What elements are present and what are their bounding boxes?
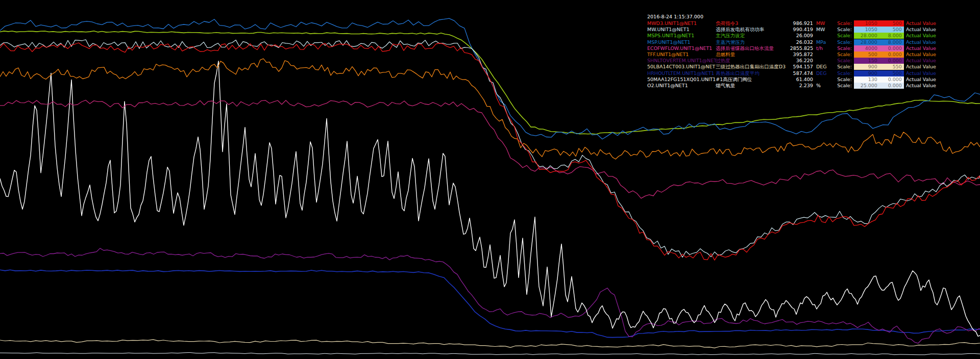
unit-label: DEG xyxy=(816,64,834,70)
scale-label: Scale: xyxy=(834,27,854,33)
legend-row[interactable]: MSPS.UNIT1@NET1主汽压力设定26.009Scale:28.0008… xyxy=(647,33,941,39)
legend-row[interactable]: MSP.UNIT1@NET1主蒸汽管压力26.032MPaScale:28.00… xyxy=(647,39,941,45)
scale-max: 4000 xyxy=(854,45,879,52)
scale-bar: 28.0008.000 xyxy=(854,39,904,45)
actual-value-label: Actual Value xyxy=(904,83,941,89)
scale-label: Scale: xyxy=(834,39,854,45)
scale-bar: 1500.000 xyxy=(854,58,904,64)
value-label: 2855.825 xyxy=(790,45,816,52)
actual-value-label: Actual Value xyxy=(904,33,941,39)
unit-label: t/h xyxy=(816,45,834,52)
scale-label: Scale: xyxy=(834,33,854,39)
actual-value-label: Actual Value xyxy=(904,58,941,64)
scale-label: Scale: xyxy=(834,76,854,83)
scale-min: 8.000 xyxy=(879,33,904,39)
scale-max: 1050 xyxy=(854,20,879,27)
value-label: 26.009 xyxy=(790,33,816,39)
scale-bar: 28.0008.000 xyxy=(854,33,904,39)
actual-value-label: Actual Value xyxy=(904,27,941,33)
scale-min: 500 xyxy=(879,27,904,33)
trend-screen: 2016-8-24 1:15:37.000 MWD3.UNIT1@NET1负荷指… xyxy=(0,0,980,359)
legend-row[interactable]: 50MAA12FG151XQ01.UNIT1@NET1#1高压调门阀位61.40… xyxy=(647,76,941,83)
unit-label: DEG xyxy=(816,70,834,76)
legend-row[interactable]: MWD3.UNIT1@NET1负荷指令3986.921MWScale:10505… xyxy=(647,20,941,27)
tag-label: 50LBA14CT003.UNIT1@NET1 xyxy=(647,64,716,70)
description-label: 选择后省煤器出口给水流量 xyxy=(716,45,790,52)
scale-label: Scale: xyxy=(834,70,854,76)
description-label: 再热器出口温度平均 xyxy=(716,70,790,76)
tag-label: MSPS.UNIT1@NET1 xyxy=(647,33,716,39)
description-label: 过热度 xyxy=(716,58,790,64)
tag-label: ECOFWFLOW.UNIT1@NET1 xyxy=(647,45,716,52)
actual-value-label: Actual Value xyxy=(904,76,941,83)
tag-label: SHNLTOVERTEM.UNIT1@NET1 xyxy=(647,58,716,64)
trend-line-shnltovertem xyxy=(0,248,980,343)
unit-label: MW xyxy=(816,20,834,27)
tag-label: 50MAA12FG151XQ01.UNIT1@NET1 xyxy=(647,76,716,83)
tag-label: HRHOUTLTEM.UNIT1@NET1 xyxy=(647,70,716,76)
scale-min: 500 xyxy=(879,70,904,76)
scale-label: Scale: xyxy=(834,83,854,89)
value-label: 395.872 xyxy=(790,52,816,58)
unit-label: MW xyxy=(816,27,834,33)
tag-label: MWD3.UNIT1@NET1 xyxy=(647,20,716,27)
trend-line-o2 xyxy=(0,352,980,354)
trend-line-ecofwflow xyxy=(0,100,980,198)
scale-max: 150 xyxy=(854,58,879,64)
value-label: 587.474 xyxy=(790,70,816,76)
scale-label: Scale: xyxy=(834,20,854,27)
trend-line-hrhoutltem xyxy=(0,270,980,337)
value-label: 594.157 xyxy=(790,64,816,70)
trend-legend: 2016-8-24 1:15:37.000 MWD3.UNIT1@NET1负荷指… xyxy=(647,14,941,89)
scale-min: 0.000 xyxy=(879,52,904,58)
scale-min: 0.000 xyxy=(879,58,904,64)
legend-row[interactable]: 50LBA14CT003.UNIT1@NET1三级过热器出口集箱出口温度D359… xyxy=(647,64,941,70)
description-label: 烟气氧量 xyxy=(716,83,790,89)
cursor-timestamp: 2016-8-24 1:15:37.000 xyxy=(647,14,941,20)
legend-row[interactable]: HRHOUTLTEM.UNIT1@NET1再热器出口温度平均587.474DEG… xyxy=(647,70,941,76)
scale-bar: 5000.000 xyxy=(854,52,904,58)
description-label: 主汽压力设定 xyxy=(716,33,790,39)
description-label: 三级过热器出口集箱出口温度D3 xyxy=(716,64,790,70)
scale-label: Scale: xyxy=(834,64,854,70)
legend-row[interactable]: TFF.UNIT1@NET1总燃料量395.872Scale:5000.000A… xyxy=(647,52,941,58)
tag-label: TFF.UNIT1@NET1 xyxy=(647,52,716,58)
scale-label: Scale: xyxy=(834,58,854,64)
legend-row[interactable]: MW.UNIT1@NET1选择后发电机有功功率990.419MWScale:10… xyxy=(647,27,941,33)
trend-line-50maa12fg151xq01 xyxy=(0,61,980,337)
value-label: 36.220 xyxy=(790,58,816,64)
scale-label: Scale: xyxy=(834,45,854,52)
legend-rows: MWD3.UNIT1@NET1负荷指令3986.921MWScale:10505… xyxy=(647,20,941,89)
description-label: 主蒸汽管压力 xyxy=(716,39,790,45)
value-label: 26.032 xyxy=(790,39,816,45)
scale-max: 130 xyxy=(854,76,879,83)
value-label: 986.921 xyxy=(790,20,816,27)
unit-label: MPa xyxy=(816,39,834,45)
legend-row[interactable]: O2.UNIT1@NET1烟气氧量2.239%Scale:25.0000.000… xyxy=(647,83,941,89)
value-label: 2.239 xyxy=(790,83,816,89)
scale-max: 28.000 xyxy=(854,39,879,45)
trend-line-50lba14ct003 xyxy=(0,340,980,348)
tag-label: MSP.UNIT1@NET1 xyxy=(647,39,716,45)
unit-label: % xyxy=(816,83,834,89)
description-label: 总燃料量 xyxy=(716,52,790,58)
legend-row[interactable]: SHNLTOVERTEM.UNIT1@NET1过热度36.220Scale:15… xyxy=(647,58,941,64)
description-label: 负荷指令3 xyxy=(716,20,790,27)
scale-max: 25.000 xyxy=(854,83,879,89)
scale-min: 550 xyxy=(879,64,904,70)
actual-value-label: Actual Value xyxy=(904,52,941,58)
scale-bar: 1050500 xyxy=(854,20,904,27)
scale-max: 900 xyxy=(854,70,879,76)
legend-row[interactable]: ECOFWFLOW.UNIT1@NET1选择后省煤器出口给水流量2855.825… xyxy=(647,45,941,52)
scale-min: 500 xyxy=(879,20,904,27)
scale-max: 500 xyxy=(854,52,879,58)
actual-value-label: Actual Value xyxy=(904,39,941,45)
scale-bar: 900500 xyxy=(854,70,904,76)
scale-bar: 40000.000 xyxy=(854,45,904,52)
description-label: 选择后发电机有功功率 xyxy=(716,27,790,33)
scale-max: 900 xyxy=(854,64,879,70)
scale-min: 0.000 xyxy=(879,45,904,52)
scale-max: 28.000 xyxy=(854,33,879,39)
actual-value-label: Actual Value xyxy=(904,45,941,52)
scale-bar: 900550 xyxy=(854,64,904,70)
